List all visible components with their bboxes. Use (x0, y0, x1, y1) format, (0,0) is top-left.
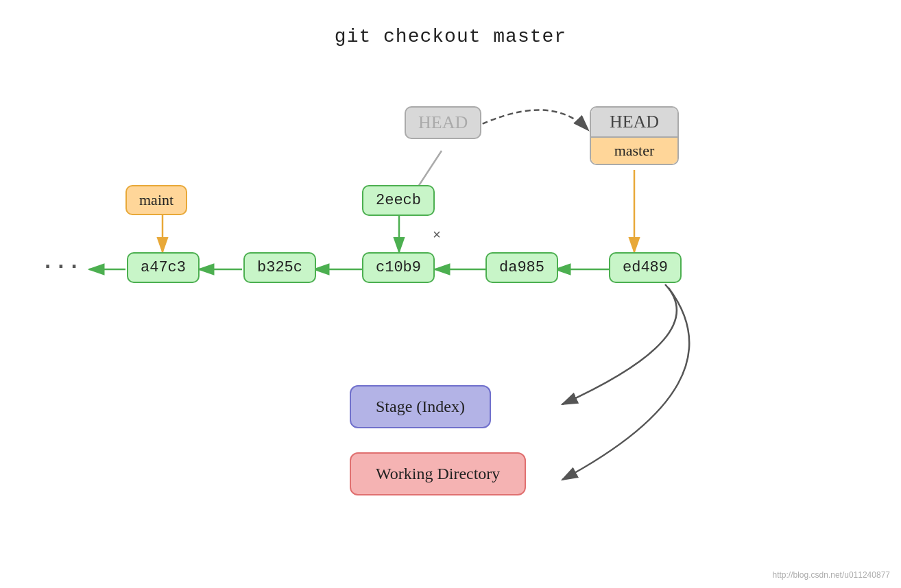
master-label: master (591, 136, 677, 164)
commit-b325c: b325c (243, 252, 316, 283)
commit-a47c3: a47c3 (127, 252, 200, 283)
head-before: HEAD (405, 106, 481, 139)
branch-maint: maint (125, 185, 187, 215)
commit-da985: da985 (485, 252, 558, 283)
svg-line-10 (418, 151, 442, 186)
stage-index-box: Stage (Index) (350, 385, 491, 428)
ellipsis: ··· (41, 254, 81, 279)
working-directory-box: Working Directory (350, 452, 526, 495)
commit-c10b9: c10b9 (362, 252, 435, 283)
head-master-box: HEAD master (590, 106, 679, 165)
head-label: HEAD (591, 108, 677, 136)
commit-2eecb: 2eecb (362, 185, 435, 216)
commit-ed489: ed489 (609, 252, 682, 283)
page-title: git checkout master (0, 0, 901, 47)
watermark: http://blog.csdn.net/u011240877 (773, 570, 890, 580)
cross-symbol: × (433, 228, 441, 243)
